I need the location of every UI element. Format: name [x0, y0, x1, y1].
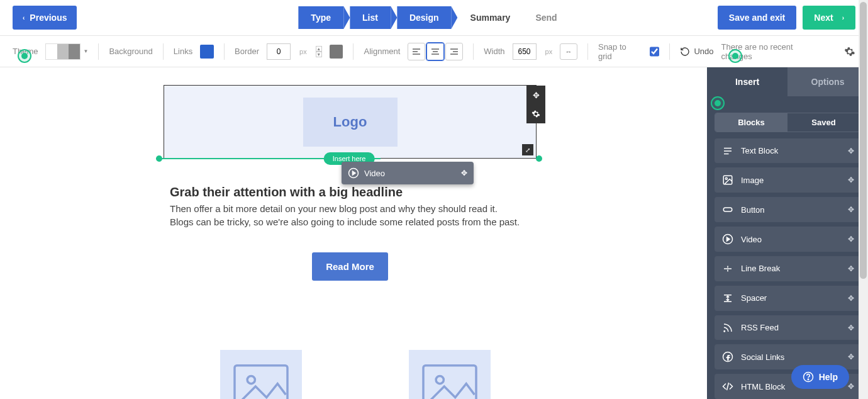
scrollbar-thumb[interactable] [860, 2, 867, 279]
step-summary[interactable]: Summary [458, 6, 523, 29]
top-bar: ‹ Previous Type List Design Summary Send… [0, 0, 868, 36]
drag-icon: ✥ [848, 147, 854, 155]
headline-text[interactable]: Grab their attention with a big headline [170, 185, 530, 200]
step-type[interactable]: Type [298, 6, 343, 29]
spacer-icon [721, 293, 735, 304]
border-up-icon[interactable]: ▲ [316, 46, 322, 52]
block-label: HTML Block [741, 382, 785, 391]
help-icon [803, 371, 814, 383]
svg-rect-0 [235, 365, 287, 399]
drop-handle-icon [156, 155, 162, 162]
logo-placeholder[interactable]: Logo [303, 98, 398, 147]
border-color-swatch[interactable] [330, 45, 343, 59]
links-color-swatch[interactable] [200, 45, 214, 59]
background-label[interactable]: Background [109, 47, 152, 56]
width-label: Width [484, 47, 504, 56]
block-item-line[interactable]: Line Break✥ [715, 256, 860, 281]
resize-handle-icon[interactable]: ⤢ [522, 144, 533, 155]
block-item-text[interactable]: Text Block✥ [715, 138, 860, 164]
width-input[interactable] [513, 43, 537, 60]
body-text[interactable]: Then offer a bit more detail on your new… [170, 202, 530, 228]
email-canvas[interactable]: Logo ⤢ ✥ Grab their attention with a big… [0, 67, 707, 399]
wizard-steps: Type List Design Summary Send [298, 6, 569, 29]
step-send[interactable]: Send [523, 6, 569, 29]
subtab-saved[interactable]: Saved [787, 113, 860, 132]
border-unit: px [299, 48, 307, 55]
next-button[interactable]: Next› [803, 6, 855, 30]
rss-icon [721, 322, 735, 334]
links-label: Links [174, 47, 192, 56]
logo-block[interactable]: Logo ⤢ ✥ [164, 85, 537, 159]
drag-icon: ✥ [848, 264, 854, 273]
block-item-image[interactable]: Image✥ [715, 167, 860, 193]
block-item-button[interactable]: Button✥ [715, 197, 860, 222]
block-label: Button [741, 205, 765, 215]
chevron-right-icon: › [842, 14, 844, 21]
chevron-left-icon: ‹ [23, 14, 25, 21]
html-icon [721, 381, 735, 392]
align-left-button[interactable] [408, 43, 425, 60]
drag-icon: ✥ [848, 235, 854, 244]
previous-label: Previous [30, 13, 67, 23]
theme-swatches[interactable] [45, 43, 81, 60]
svg-point-3 [436, 376, 443, 383]
step-design[interactable]: Design [397, 6, 452, 29]
block-label: Social Links [741, 352, 784, 362]
tour-highlight-icon [728, 49, 742, 63]
move-block-icon[interactable]: ✥ [526, 86, 545, 104]
svg-point-9 [725, 178, 727, 180]
drag-icon: ✥ [848, 294, 854, 303]
tab-insert[interactable]: Insert [707, 67, 787, 96]
width-arrows-button[interactable]: ↔ [560, 43, 577, 60]
block-item-video[interactable]: Video✥ [715, 227, 860, 252]
tab-options[interactable]: Options [787, 67, 868, 96]
button-icon [721, 204, 735, 215]
snap-to-grid-checkbox[interactable] [650, 47, 660, 57]
border-label: Border [235, 47, 259, 56]
move-icon: ✥ [461, 169, 467, 177]
svg-point-17 [724, 330, 725, 332]
block-label: Video [741, 235, 762, 244]
snap-label: Snap to grid [598, 42, 642, 61]
previous-button[interactable]: ‹ Previous [13, 6, 77, 30]
help-button[interactable]: Help [791, 365, 849, 389]
read-more-button[interactable]: Read More [312, 252, 388, 281]
settings-gear-icon[interactable] [844, 46, 855, 57]
insert-sidebar: Insert Options Blocks Saved Text Block✥I… [707, 67, 868, 399]
dragging-block-preview[interactable]: Video ✥ [342, 162, 474, 184]
theme-dropdown-icon[interactable]: ▼ [83, 48, 88, 54]
image-placeholder[interactable] [220, 350, 302, 399]
drop-handle-icon [536, 155, 542, 162]
image-placeholder[interactable] [409, 350, 491, 399]
block-label: Line Break [741, 264, 780, 273]
drag-icon: ✥ [848, 323, 854, 332]
vertical-scrollbar[interactable] [859, 0, 868, 399]
border-width-input[interactable] [267, 43, 291, 60]
block-label: Spacer [741, 293, 767, 303]
video-icon [348, 167, 359, 179]
save-exit-button[interactable]: Save and exit [718, 6, 797, 30]
subtab-blocks[interactable]: Blocks [715, 113, 787, 132]
tour-highlight-icon [18, 49, 31, 63]
video-icon [721, 233, 735, 245]
block-item-spacer[interactable]: Spacer✥ [715, 286, 860, 311]
design-toolbar: Theme ▼ Background Links Border px ▲ ▼ A… [0, 36, 868, 67]
image-icon [721, 174, 735, 186]
align-center-button[interactable] [426, 43, 444, 60]
drag-icon: ✥ [848, 382, 854, 391]
svg-rect-10 [723, 208, 732, 211]
logo-text: Logo [333, 114, 367, 130]
undo-icon [680, 47, 690, 57]
block-label: RSS Feed [741, 323, 779, 332]
drag-icon: ✥ [848, 176, 854, 184]
block-item-rss[interactable]: RSS Feed✥ [715, 315, 860, 340]
undo-button[interactable]: Undo [680, 47, 713, 57]
blocks-list: Text Block✥Image✥Button✥Video✥Line Break… [707, 138, 868, 399]
step-list[interactable]: List [350, 6, 391, 29]
social-icon [721, 351, 735, 362]
border-down-icon[interactable]: ▼ [316, 52, 322, 57]
block-settings-icon[interactable] [526, 104, 545, 123]
block-label: Image [741, 176, 764, 185]
align-right-button[interactable] [445, 43, 463, 60]
width-unit: px [545, 48, 553, 55]
